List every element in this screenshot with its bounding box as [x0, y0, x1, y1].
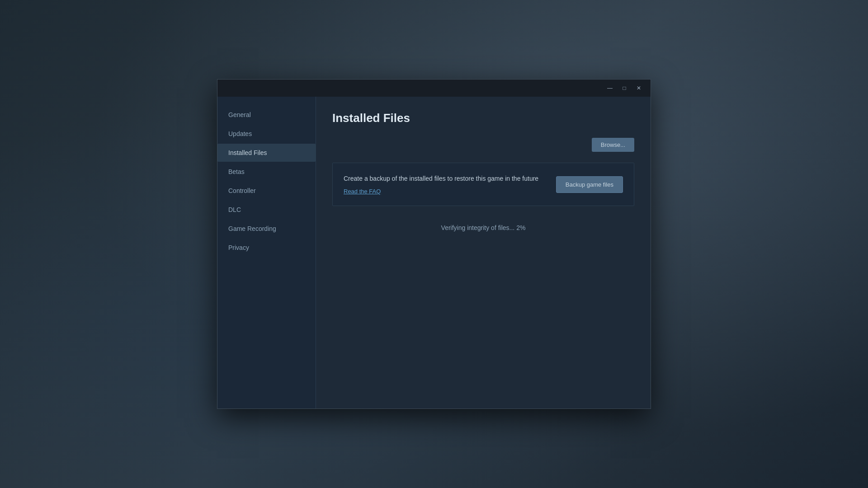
minimize-button[interactable]: — [604, 83, 616, 93]
backup-game-files-button[interactable]: Backup game files [556, 176, 623, 193]
sidebar-item-privacy[interactable]: Privacy [217, 239, 316, 257]
sidebar-item-dlc[interactable]: DLC [217, 201, 316, 219]
maximize-button[interactable]: □ [618, 83, 631, 93]
main-content: Installed Files Browse... Create a backu… [316, 97, 651, 408]
sidebar-item-general[interactable]: General [217, 106, 316, 124]
main-window: — □ ✕ General Updates Installed Files Be… [217, 79, 651, 409]
sidebar-item-installed-files[interactable]: Installed Files [217, 144, 316, 162]
sidebar-item-betas[interactable]: Betas [217, 163, 316, 181]
backup-description: Create a backup of the installed files t… [344, 174, 538, 183]
close-button[interactable]: ✕ [632, 83, 645, 93]
browse-button[interactable]: Browse... [592, 138, 634, 152]
sidebar: General Updates Installed Files Betas Co… [217, 97, 316, 408]
sidebar-item-controller[interactable]: Controller [217, 182, 316, 200]
title-bar: — □ ✕ [217, 80, 651, 97]
backup-text-container: Create a backup of the installed files t… [344, 174, 538, 195]
page-title: Installed Files [332, 111, 634, 125]
sidebar-item-updates[interactable]: Updates [217, 125, 316, 143]
window-body: General Updates Installed Files Betas Co… [217, 97, 651, 408]
top-actions-row: Browse... [332, 138, 634, 152]
backup-section: Create a backup of the installed files t… [332, 163, 634, 206]
read-faq-link[interactable]: Read the FAQ [344, 188, 538, 195]
sidebar-item-game-recording[interactable]: Game Recording [217, 220, 316, 238]
verify-status: Verifying integrity of files... 2% [332, 215, 634, 240]
